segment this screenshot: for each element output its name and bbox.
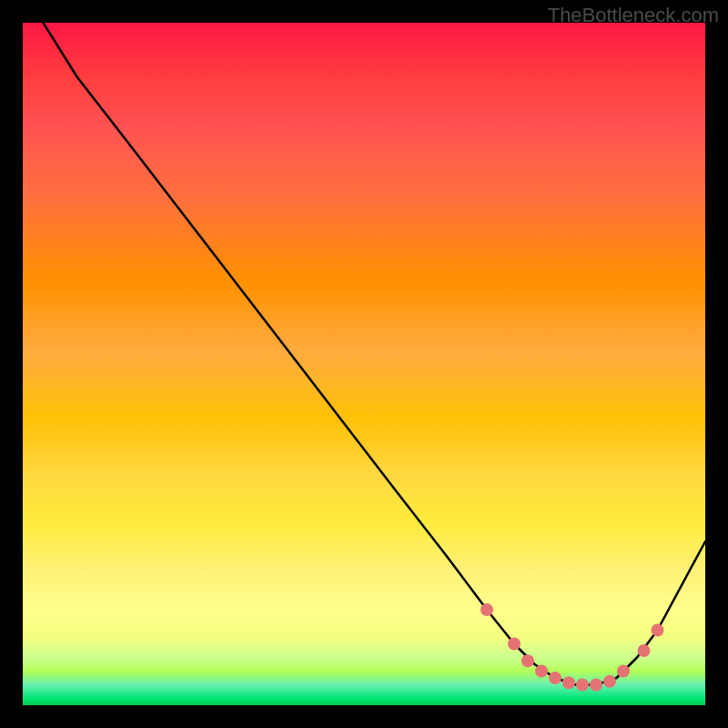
- highlight-marker: [562, 676, 575, 689]
- highlight-marker: [652, 624, 664, 637]
- highlight-marker: [576, 679, 589, 692]
- highlight-markers-group: [480, 603, 664, 692]
- highlight-marker: [603, 675, 616, 688]
- bottleneck-curve-line: [44, 23, 706, 685]
- highlight-marker: [535, 665, 548, 678]
- watermark-text: TheBottleneck.com: [548, 4, 719, 27]
- highlight-marker: [617, 665, 630, 678]
- highlight-marker: [480, 603, 493, 616]
- highlight-marker: [508, 638, 521, 651]
- chart-plot-area: [23, 23, 705, 705]
- highlight-marker: [638, 644, 651, 657]
- highlight-marker: [521, 654, 534, 667]
- highlight-marker: [590, 679, 602, 692]
- chart-svg: [23, 23, 705, 705]
- highlight-marker: [549, 672, 561, 684]
